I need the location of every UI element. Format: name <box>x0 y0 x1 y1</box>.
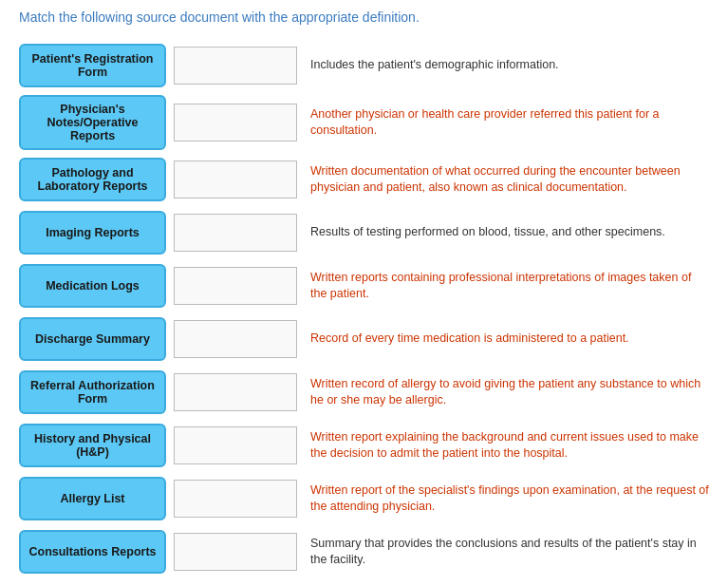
definition-physicians-notes-operative-reports: Another physician or health care provide… <box>305 106 709 140</box>
drop-box-medication-logs[interactable] <box>174 267 297 305</box>
match-row: Pathology and Laboratory ReportsWritten … <box>19 156 709 203</box>
match-row: Referral Authorization FormWritten recor… <box>19 369 709 416</box>
source-btn-physicians-notes-operative-reports[interactable]: Physician's Notes/Operative Reports <box>19 95 166 150</box>
definition-discharge-summary: Record of every time medication is admin… <box>305 331 709 348</box>
definition-consultations-reports: Summary that provides the conclusions an… <box>305 536 709 569</box>
source-btn-referral-authorization-form[interactable]: Referral Authorization Form <box>19 370 166 414</box>
drop-box-allergy-list[interactable] <box>174 480 297 518</box>
definition-history-and-physical: Written report explaining the background… <box>305 429 709 463</box>
definition-imaging-reports: Results of testing performed on blood, t… <box>305 224 709 241</box>
match-row: Medication LogsWritten reports containin… <box>19 262 709 310</box>
definition-allergy-list: Written report of the specialist's findi… <box>305 482 709 516</box>
source-btn-allergy-list[interactable]: Allergy List <box>19 477 166 520</box>
source-btn-consultations-reports[interactable]: Consultations Reports <box>19 530 166 574</box>
drop-box-pathology-laboratory-reports[interactable] <box>174 161 297 198</box>
match-row: Physician's Notes/Operative ReportsAnoth… <box>19 95 709 150</box>
match-row: Discharge SummaryRecord of every time me… <box>19 315 709 363</box>
source-btn-history-and-physical[interactable]: History and Physical (H&P) <box>19 424 166 467</box>
match-row: Imaging ReportsResults of testing perfor… <box>19 209 709 256</box>
drop-box-consultations-reports[interactable] <box>174 533 297 571</box>
source-btn-medication-logs[interactable]: Medication Logs <box>19 264 166 308</box>
definition-pathology-laboratory-reports: Written documentation of what occurred d… <box>305 163 709 197</box>
match-row: Patient's Registration FormIncludes the … <box>19 42 709 89</box>
drop-box-patients-registration-form[interactable] <box>174 47 297 85</box>
definition-medication-logs: Written reports containing professional … <box>305 270 709 303</box>
drop-box-imaging-reports[interactable] <box>174 214 297 252</box>
matching-container: Patient's Registration FormIncludes the … <box>19 42 709 576</box>
source-btn-imaging-reports[interactable]: Imaging Reports <box>19 211 166 255</box>
drop-box-referral-authorization-form[interactable] <box>174 373 297 411</box>
match-row: History and Physical (H&P)Written report… <box>19 422 709 469</box>
definition-patients-registration-form: Includes the patient's demographic infor… <box>305 57 709 74</box>
match-row: Consultations ReportsSummary that provid… <box>19 528 709 576</box>
definition-referral-authorization-form: Written record of allergy to avoid givin… <box>305 376 709 409</box>
source-btn-discharge-summary[interactable]: Discharge Summary <box>19 317 166 361</box>
drop-box-discharge-summary[interactable] <box>174 320 297 358</box>
drop-box-physicians-notes-operative-reports[interactable] <box>174 104 297 142</box>
source-btn-pathology-laboratory-reports[interactable]: Pathology and Laboratory Reports <box>19 158 166 201</box>
drop-box-history-and-physical[interactable] <box>174 426 297 464</box>
match-row: Allergy ListWritten report of the specia… <box>19 475 709 522</box>
instruction-text: Match the following source document with… <box>19 9 709 25</box>
source-btn-patients-registration-form[interactable]: Patient's Registration Form <box>19 44 166 87</box>
